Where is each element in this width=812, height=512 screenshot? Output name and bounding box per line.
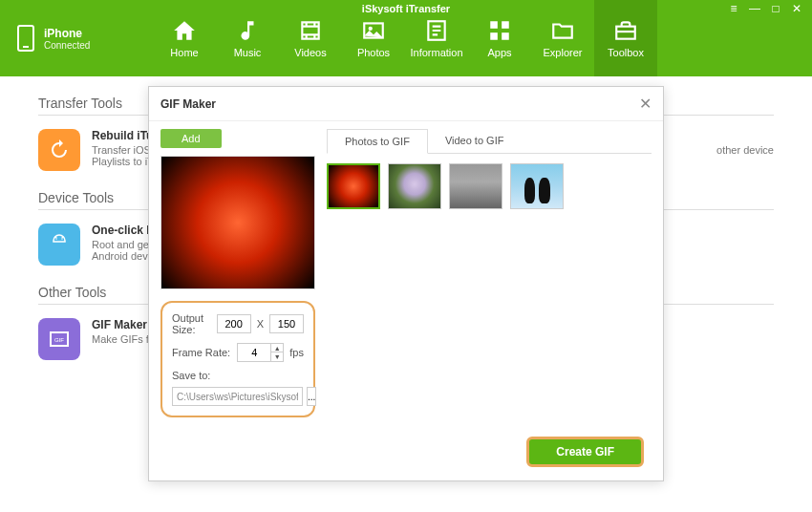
rebuild-icon <box>38 129 80 171</box>
nav-label: Home <box>170 47 198 58</box>
fps-unit: fps <box>289 347 304 358</box>
information-icon <box>424 18 449 43</box>
modal-header: GIF Maker ✕ <box>149 87 663 121</box>
thumbnail[interactable] <box>327 163 380 209</box>
modal-title: GIF Maker <box>160 97 216 111</box>
home-icon <box>172 18 197 43</box>
preview-image <box>160 156 315 289</box>
thumbnail[interactable] <box>510 163 564 209</box>
close-window-icon[interactable]: ✕ <box>789 2 804 15</box>
gif-maker-modal: GIF Maker ✕ Add Output Size: X Frame Rat… <box>148 86 664 481</box>
nav-label: Toolbox <box>608 47 644 58</box>
svg-point-1 <box>369 27 373 31</box>
gif-icon: GIF <box>38 318 80 360</box>
output-height-input[interactable] <box>269 314 304 333</box>
output-size-label: Output Size: <box>172 312 211 335</box>
browse-button[interactable]: ... <box>307 387 316 406</box>
chevron-down-icon[interactable]: ▼ <box>271 352 283 361</box>
svg-rect-6 <box>502 32 509 40</box>
music-icon <box>235 18 260 43</box>
apps-icon <box>487 18 512 43</box>
svg-rect-3 <box>490 21 498 29</box>
nav-label: Information <box>410 47 462 58</box>
tab-video-to-gif[interactable]: Video to GIF <box>428 129 522 153</box>
device-status: Connected <box>44 40 90 51</box>
thumbnail[interactable] <box>388 163 441 209</box>
settings-box: Output Size: X Frame Rate: ▲ ▼ fps <box>160 301 315 417</box>
create-gif-button[interactable]: Create GIF <box>526 437 644 467</box>
phone-icon <box>17 25 34 52</box>
fps-input[interactable] <box>237 343 271 362</box>
explorer-icon <box>550 18 575 43</box>
svg-rect-5 <box>490 32 498 40</box>
svg-text:GIF: GIF <box>54 337 64 343</box>
videos-icon <box>298 18 323 43</box>
android-icon <box>38 224 80 266</box>
maximize-icon[interactable]: □ <box>768 2 783 15</box>
tab-photos-to-gif[interactable]: Photos to GIF <box>327 129 428 154</box>
chevron-up-icon[interactable]: ▲ <box>271 344 283 352</box>
nav-label: Photos <box>357 47 390 58</box>
device-name: iPhone <box>44 27 90 40</box>
add-button[interactable]: Add <box>160 129 222 148</box>
tabs: Photos to GIF Video to GIF <box>327 129 652 154</box>
x-separator: X <box>257 318 264 330</box>
svg-point-8 <box>55 238 57 240</box>
nav-label: Explorer <box>544 47 583 58</box>
output-width-input[interactable] <box>217 314 251 333</box>
svg-point-9 <box>61 238 63 240</box>
nav-label: Apps <box>487 47 511 58</box>
thumbnail[interactable] <box>449 163 502 209</box>
minimize-icon[interactable]: — <box>747 2 762 15</box>
frame-rate-label: Frame Rate: <box>172 347 231 358</box>
photos-icon <box>361 18 386 43</box>
thumbnail-list <box>327 163 652 209</box>
window-controls: ≡ — □ ✕ <box>726 2 804 15</box>
toolbox-icon <box>613 18 638 43</box>
svg-rect-4 <box>502 21 509 29</box>
nav-label: Music <box>234 47 262 58</box>
close-icon[interactable]: ✕ <box>639 95 652 113</box>
app-title: iSkysoft iTransfer <box>362 3 450 14</box>
trailing-text: other device <box>716 144 774 156</box>
save-path-input[interactable] <box>172 387 303 406</box>
fps-stepper[interactable]: ▲ ▼ <box>237 343 284 362</box>
save-to-label: Save to: <box>172 370 304 381</box>
title-bar: iSkysoft iTransfer <box>0 0 812 17</box>
nav-label: Videos <box>294 47 326 58</box>
menu-icon[interactable]: ≡ <box>726 2 741 15</box>
